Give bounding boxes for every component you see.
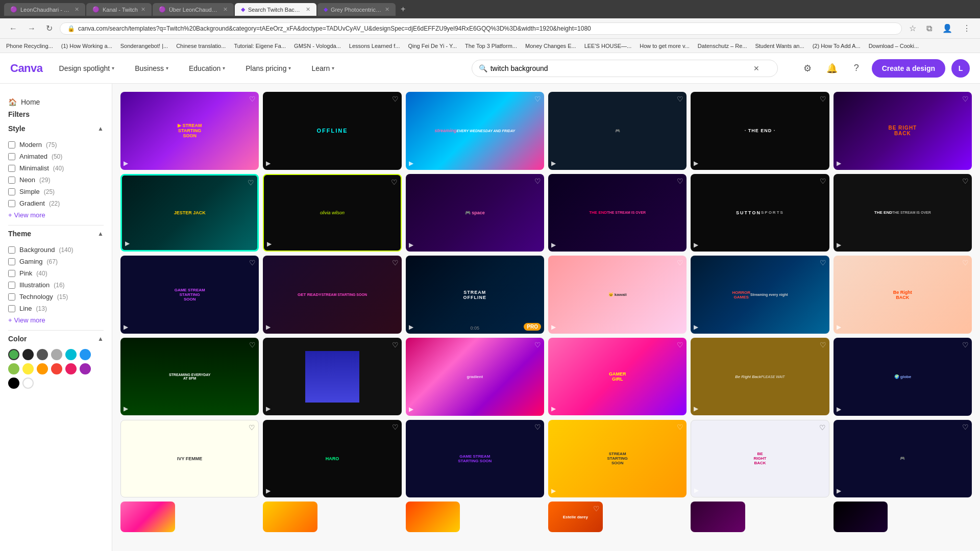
theme-pink[interactable]: Pink (40)	[8, 267, 104, 279]
bookmark-button[interactable]: ☆	[906, 21, 919, 35]
theme-gaming[interactable]: Gaming (67)	[8, 256, 104, 267]
style-gradient-checkbox[interactable]	[8, 200, 15, 207]
extensions-button[interactable]: ⧉	[923, 22, 935, 35]
template-card[interactable]: BERIGHTBACK ▶ ♡	[691, 420, 829, 498]
color-swatch-red[interactable]	[51, 363, 62, 374]
heart-icon[interactable]: ♡	[593, 505, 600, 513]
color-swatch-white[interactable]	[22, 378, 34, 389]
more-options-icon[interactable]: ⋯	[476, 291, 483, 299]
user-profile-button[interactable]: 👤	[939, 21, 955, 35]
settings-icon-button[interactable]: ⚙	[798, 59, 817, 78]
heart-icon[interactable]: ♡	[392, 95, 399, 103]
heart-icon[interactable]: ♡	[677, 423, 683, 431]
nav-plans-pricing[interactable]: Plans pricing ▾	[241, 62, 295, 74]
heart-icon[interactable]: ♡	[962, 341, 969, 349]
style-view-more[interactable]: + View more	[8, 209, 104, 221]
color-swatch-gray[interactable]	[37, 349, 48, 360]
template-card[interactable]	[691, 502, 745, 532]
template-card[interactable]: BE RIGHTBACK ▶ ♡	[834, 92, 972, 170]
style-neon[interactable]: Neon (29)	[8, 174, 104, 186]
heart-icon[interactable]: ♡	[392, 259, 399, 267]
template-card[interactable]: Estelle darey ♡	[548, 502, 603, 532]
template-card[interactable]: THE ENDTHE STREAM IS OVER ▶ ♡	[548, 174, 687, 252]
heart-icon[interactable]: ♡	[392, 423, 399, 431]
style-modern-checkbox[interactable]	[8, 141, 15, 148]
style-section-title[interactable]: Style ▲	[8, 124, 104, 133]
browser-tab-5[interactable]: ◆ Grey Photocentric Game Night... ✕	[317, 3, 396, 16]
color-swatch-cyan[interactable]	[65, 349, 77, 360]
theme-line[interactable]: Line (13)	[8, 303, 104, 314]
bell-icon-button[interactable]: 🔔	[823, 59, 841, 78]
heart-icon[interactable]: ♡	[677, 95, 683, 103]
style-minimalist[interactable]: Minimalist (40)	[8, 162, 104, 174]
help-icon-button[interactable]: ?	[847, 59, 866, 78]
refresh-button[interactable]: ↻	[43, 21, 56, 35]
heart-icon[interactable]: ♡	[249, 423, 255, 432]
template-card[interactable]: HORRORGAMESStreaming every night ▶ ♡	[691, 256, 829, 334]
bookmark-15[interactable]: (2) How To Add A...	[813, 43, 861, 49]
template-card[interactable]: OFFLINE ▶ ♡	[263, 92, 401, 170]
template-card[interactable]: streamingEVERY WEDNESDAY AND FRIDAY ▶ ♡	[406, 92, 544, 170]
create-design-button[interactable]: Create a design	[872, 59, 945, 78]
heart-icon[interactable]: ♡	[819, 423, 826, 432]
template-card[interactable]: · THE END · ▶ ♡	[691, 92, 829, 170]
heart-icon[interactable]: ♡	[962, 423, 969, 431]
heart-icon[interactable]: ♡	[248, 179, 254, 187]
browser-tab-1[interactable]: 🟣 LeonChaudhari - Twitch ✕	[4, 3, 85, 16]
color-swatch-yellow[interactable]	[22, 363, 34, 374]
canva-logo[interactable]: Canva	[10, 62, 43, 75]
style-animated-checkbox[interactable]	[8, 153, 15, 160]
template-card[interactable]: HARO ▶ ♡	[263, 420, 401, 498]
heart-icon[interactable]: ♡	[677, 177, 683, 185]
color-swatch-lightgray[interactable]	[51, 349, 62, 360]
template-card[interactable]: olivia wilson ▶ ♡	[263, 174, 401, 252]
heart-icon[interactable]: ♡	[534, 341, 541, 349]
bookmark-8[interactable]: Qing Fei De Yi - Y...	[408, 43, 457, 49]
bookmark-9[interactable]: The Top 3 Platform...	[465, 43, 517, 49]
heart-icon[interactable]: ♡	[534, 177, 541, 185]
star-icon[interactable]: ☆	[467, 291, 473, 299]
template-card[interactable]: Be RightBACK ▶ ♡	[834, 256, 972, 334]
filters-title[interactable]: Filters	[8, 110, 104, 118]
template-card[interactable]: GAME STREAMSTARTING SOON ♡	[406, 420, 544, 498]
bookmark-16[interactable]: Download – Cooki...	[869, 43, 919, 49]
template-card-15[interactable]: STREAMOFFLINE ☆ ⋯ ▶ 0:05 PRO Dark Blue R…	[406, 256, 544, 334]
theme-technology[interactable]: Technology (15)	[8, 291, 104, 303]
heart-icon[interactable]: ♡	[820, 95, 826, 103]
heart-icon[interactable]: ♡	[962, 95, 969, 103]
nav-business[interactable]: Business ▾	[131, 62, 173, 74]
template-card[interactable]: THE ENDTHE STREAM IS OVER ▶ ♡	[834, 174, 972, 252]
template-card[interactable]	[406, 502, 460, 532]
browser-tab-2[interactable]: 🟣 Kanal - Twitch ✕	[86, 3, 152, 16]
browser-tab-4[interactable]: ◆ Search Twitch Background - C... ✕	[235, 3, 316, 16]
theme-view-more[interactable]: + View more	[8, 314, 104, 326]
heart-icon[interactable]: ♡	[391, 178, 398, 186]
bookmark-7[interactable]: Lessons Learned f...	[349, 43, 400, 49]
template-card[interactable]: IVY FEMME ♡	[120, 420, 259, 498]
style-minimalist-checkbox[interactable]	[8, 165, 15, 172]
avatar[interactable]: L	[951, 59, 970, 78]
theme-gaming-checkbox[interactable]	[8, 258, 15, 265]
theme-illustration-checkbox[interactable]	[8, 282, 15, 289]
template-card[interactable]: GAME STREAMSTARTINGSOON ▶ ♡	[120, 256, 259, 334]
template-card[interactable]: GAMERGIRL ▶ ♡	[548, 338, 687, 416]
template-card[interactable]: 🐱 kawaii ▶ ♡	[548, 256, 687, 334]
template-card[interactable]: 🎮 space ▶ ♡	[406, 174, 544, 252]
nav-education[interactable]: Education ▾	[185, 62, 229, 74]
nav-design-spotlight[interactable]: Design spotlight ▾	[55, 62, 119, 74]
heart-icon[interactable]: ♡	[392, 341, 399, 349]
template-card[interactable]: ▶ STREAMSTARTINGSOON ▶ ♡	[120, 92, 259, 170]
color-swatch-green[interactable]	[8, 349, 19, 360]
heart-icon[interactable]: ♡	[820, 341, 826, 349]
theme-technology-checkbox[interactable]	[8, 293, 15, 300]
heart-icon[interactable]: ♡	[534, 95, 541, 103]
heart-icon[interactable]: ♡	[820, 177, 826, 185]
more-button[interactable]: ⋮	[960, 21, 974, 35]
style-simple[interactable]: Simple (25)	[8, 186, 104, 197]
style-modern[interactable]: Modern (75)	[8, 139, 104, 151]
color-swatch-purple[interactable]	[80, 363, 91, 374]
back-button[interactable]: ←	[6, 22, 20, 35]
bookmark-10[interactable]: Money Changes E...	[525, 43, 576, 49]
template-card[interactable]	[834, 502, 888, 532]
color-swatch-pink[interactable]	[65, 363, 77, 374]
